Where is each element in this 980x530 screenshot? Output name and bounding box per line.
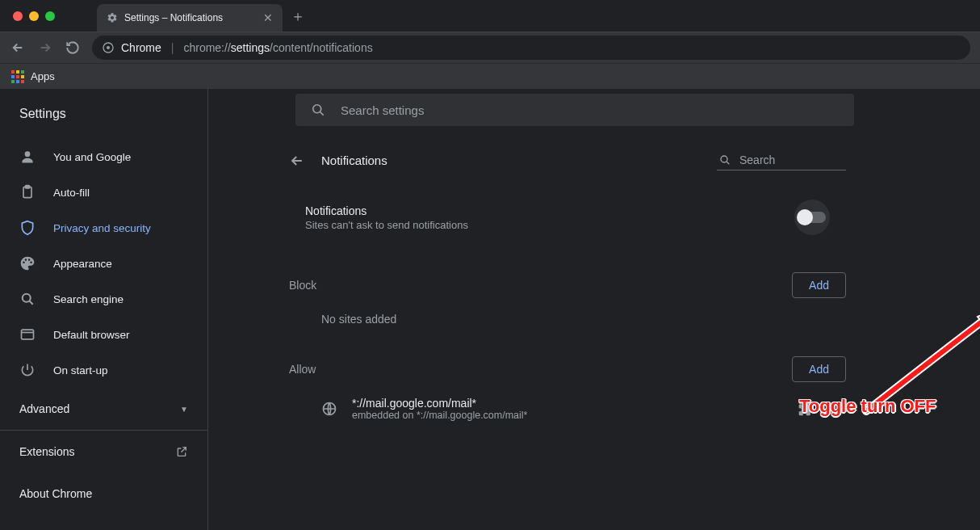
sidebar-item-privacy[interactable]: Privacy and security xyxy=(0,210,207,246)
sidebar-item-label: Search engine xyxy=(53,293,124,305)
shield-icon xyxy=(19,220,36,236)
sidebar-item-you-and-google[interactable]: You and Google xyxy=(0,139,207,175)
chevron-down-icon: ▼ xyxy=(180,405,188,414)
svg-rect-6 xyxy=(22,330,34,339)
block-section-header: Block Add xyxy=(289,267,846,306)
window-minimize-button[interactable] xyxy=(29,11,39,21)
main: Settings You and Google Auto-fill Privac… xyxy=(0,89,980,530)
allow-section-header: Allow Add xyxy=(289,351,846,390)
svg-rect-4 xyxy=(26,186,30,188)
search-settings[interactable]: Search settings xyxy=(295,94,854,126)
power-icon xyxy=(19,362,36,378)
sidebar: Settings You and Google Auto-fill Privac… xyxy=(0,89,208,530)
sidebar-item-label: Auto-fill xyxy=(53,187,90,199)
sidebar-item-autofill[interactable]: Auto-fill xyxy=(0,175,207,210)
search-icon xyxy=(718,154,731,166)
url-separator: | xyxy=(171,41,174,54)
bookmarks-bar: Apps xyxy=(0,63,980,89)
sidebar-item-label: Default browser xyxy=(53,329,130,341)
svg-point-1 xyxy=(107,46,110,49)
sidebar-item-label: Privacy and security xyxy=(53,222,151,234)
sidebar-item-search-engine[interactable]: Search engine xyxy=(0,281,207,317)
advanced-label: Advanced xyxy=(19,402,69,415)
clipboard-icon xyxy=(19,184,36,200)
block-add-button[interactable]: Add xyxy=(792,272,846,298)
page-header: Notifications Search xyxy=(289,144,846,185)
notifications-subtitle: Sites can't ask to send notifications xyxy=(305,219,468,231)
gear-icon xyxy=(107,12,118,23)
sidebar-item-appearance[interactable]: Appearance xyxy=(0,246,207,281)
page-title: Notifications xyxy=(321,154,387,167)
apps-label[interactable]: Apps xyxy=(31,70,55,82)
tab-title: Settings – Notifications xyxy=(124,12,223,23)
sidebar-about[interactable]: About Chrome xyxy=(0,473,207,515)
url-text: chrome://settings/content/notifications xyxy=(183,41,372,54)
sidebar-item-label: On start-up xyxy=(53,364,108,376)
back-arrow-icon[interactable] xyxy=(289,153,305,169)
window-close-button[interactable] xyxy=(13,11,23,21)
extension-icon[interactable] xyxy=(798,401,814,417)
allow-add-button[interactable]: Add xyxy=(792,356,846,382)
notifications-toggle[interactable] xyxy=(794,200,830,235)
forward-button[interactable] xyxy=(37,40,53,56)
extensions-label: Extensions xyxy=(19,445,74,458)
block-title: Block xyxy=(289,279,316,292)
block-empty: No sites added xyxy=(289,306,846,334)
svg-point-2 xyxy=(25,151,31,157)
sidebar-extensions[interactable]: Extensions xyxy=(0,431,207,473)
inline-search[interactable]: Search xyxy=(717,150,846,170)
url-prefix: Chrome xyxy=(121,41,161,54)
about-label: About Chrome xyxy=(19,487,92,500)
sidebar-advanced[interactable]: Advanced ▼ xyxy=(0,388,207,431)
reload-button[interactable] xyxy=(65,40,81,56)
search-settings-placeholder: Search settings xyxy=(341,103,424,117)
allow-item[interactable]: *://mail.google.com/mail* embedded on *:… xyxy=(289,390,846,429)
browser-icon xyxy=(19,326,36,343)
sidebar-item-label: You and Google xyxy=(53,151,131,163)
svg-point-5 xyxy=(23,294,31,302)
sidebar-item-startup[interactable]: On start-up xyxy=(0,352,207,388)
apps-icon[interactable] xyxy=(11,70,24,83)
inline-search-placeholder: Search xyxy=(739,154,775,166)
address-bar[interactable]: Chrome | chrome://settings/content/notif… xyxy=(92,36,970,60)
settings-heading: Settings xyxy=(0,100,207,139)
new-tab-button[interactable]: ＋ xyxy=(291,6,305,26)
titlebar: Settings – Notifications ✕ ＋ xyxy=(0,0,980,32)
sidebar-item-label: Appearance xyxy=(53,258,112,270)
external-link-icon xyxy=(175,445,188,458)
close-icon[interactable]: ✕ xyxy=(263,11,273,24)
chrome-icon xyxy=(102,41,115,54)
svg-point-7 xyxy=(313,105,321,113)
toolbar: Chrome | chrome://settings/content/notif… xyxy=(0,32,980,63)
sidebar-item-default-browser[interactable]: Default browser xyxy=(0,317,207,352)
search-icon xyxy=(310,102,326,118)
palette-icon xyxy=(19,255,36,271)
content: Search settings Notifications Search xyxy=(208,89,980,530)
allow-item-pattern: *://mail.google.com/mail* xyxy=(352,397,527,410)
back-button[interactable] xyxy=(10,40,26,56)
person-icon xyxy=(19,149,36,165)
notifications-master-row: Notifications Sites can't ask to send no… xyxy=(289,185,846,250)
search-icon xyxy=(19,291,36,307)
notifications-title: Notifications xyxy=(305,204,468,217)
allow-item-embedded: embedded on *://mail.google.com/mail* xyxy=(352,410,527,421)
svg-point-8 xyxy=(721,156,727,162)
browser-tab[interactable]: Settings – Notifications ✕ xyxy=(97,4,283,32)
globe-icon xyxy=(321,401,337,417)
window-controls xyxy=(13,11,55,21)
window-zoom-button[interactable] xyxy=(45,11,55,21)
allow-title: Allow xyxy=(289,363,316,376)
